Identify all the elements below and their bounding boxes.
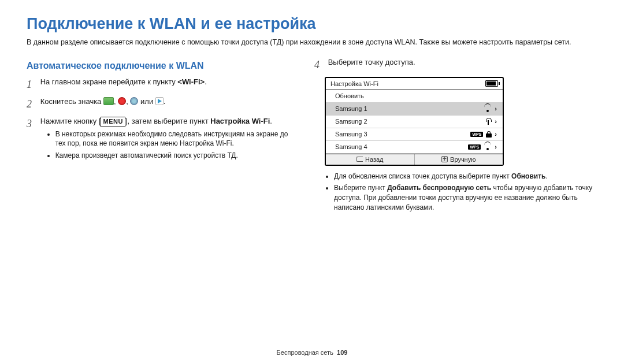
wifi-icon	[484, 143, 492, 150]
wps-icon: WPS	[468, 144, 481, 150]
back-button[interactable]: Назад	[326, 154, 415, 165]
page-number: 109	[337, 349, 347, 356]
footer-section: Беспроводная сеть	[277, 349, 333, 356]
bold-text: Обновить	[511, 172, 545, 180]
bullet: Камера произведет автоматический поиск у…	[55, 151, 298, 161]
ap-row[interactable]: Samsung 1 ›	[326, 103, 503, 116]
step-1: 1 На главном экране перейдите к пункту <…	[27, 77, 298, 92]
step-text: На главном экране перейдите к пункту	[40, 77, 178, 86]
row-label: Samsung 1	[335, 105, 367, 112]
step-text: Выберите точку доступа.	[328, 57, 597, 68]
bold-text: <Wi-Fi>	[177, 77, 205, 86]
ap-row[interactable]: Samsung 3 WPS›	[326, 128, 503, 141]
row-label: Samsung 4	[335, 143, 367, 150]
section-subtitle: Автоматическое подключение к WLAN	[27, 61, 298, 71]
refresh-row[interactable]: Обновить	[326, 90, 503, 103]
page-footer: Беспроводная сеть 109	[0, 349, 624, 356]
device-titlebar: Настройка Wi-Fi	[326, 78, 503, 90]
back-icon	[356, 157, 363, 162]
device-screenshot: Настройка Wi-Fi Обновить Samsung 1 › Sam…	[325, 77, 504, 166]
chevron-right-icon: ›	[495, 118, 497, 125]
bold-text: Настройка Wi-Fi	[210, 117, 270, 125]
device-title: Настройка Wi-Fi	[330, 80, 378, 87]
row-label: Samsung 3	[335, 131, 367, 138]
menu-label: MENU	[101, 117, 125, 127]
right-column: 4 Выберите точку доступа. Настройка Wi-F…	[312, 57, 597, 215]
bullet: В некоторых режимах необходимо следовать…	[55, 129, 298, 149]
left-column: Автоматическое подключение к WLAN 1 На г…	[27, 57, 312, 215]
step-2: 2 Коснитесь значка , , или .	[27, 96, 298, 112]
globe-icon	[130, 97, 138, 105]
step-text: Нажмите кнопку [	[40, 117, 101, 125]
bullet: Выберите пункт Добавить беспроводную сет…	[334, 183, 597, 212]
manual-button[interactable]: Вручную	[415, 154, 503, 165]
chevron-right-icon: ›	[495, 105, 497, 112]
page-title: Подключение к WLAN и ее настройка	[27, 15, 597, 33]
step-4: 4 Выберите точку доступа.	[314, 57, 597, 72]
green-icon	[103, 97, 114, 105]
wifi-icon	[484, 105, 492, 112]
chevron-right-icon: ›	[495, 131, 497, 138]
antenna-icon	[485, 118, 492, 125]
step-number: 3	[27, 116, 38, 131]
bold-text: Добавить беспроводную сеть	[387, 184, 491, 192]
wps-icon: WPS	[470, 132, 483, 137]
chevron-right-icon: ›	[495, 143, 497, 150]
play-icon	[155, 97, 164, 105]
plus-icon	[441, 156, 448, 162]
lock-icon	[486, 131, 492, 138]
intro-text: В данном разделе описывается подключение…	[27, 38, 597, 48]
row-label: Обновить	[335, 92, 364, 99]
step-number: 4	[314, 57, 326, 72]
step-number: 1	[27, 77, 38, 92]
bullet: Для обновления списка точек доступа выбе…	[334, 172, 597, 181]
red-icon	[118, 97, 126, 105]
step-number: 2	[27, 96, 38, 112]
ap-row[interactable]: Samsung 4 WPS›	[326, 141, 503, 154]
row-label: Samsung 2	[335, 118, 367, 125]
step-text: Коснитесь значка	[40, 97, 103, 106]
battery-icon	[485, 80, 498, 87]
step-3: 3 Нажмите кнопку [MENU], затем выберите …	[27, 116, 298, 163]
ap-row[interactable]: Samsung 2 ›	[326, 116, 503, 128]
